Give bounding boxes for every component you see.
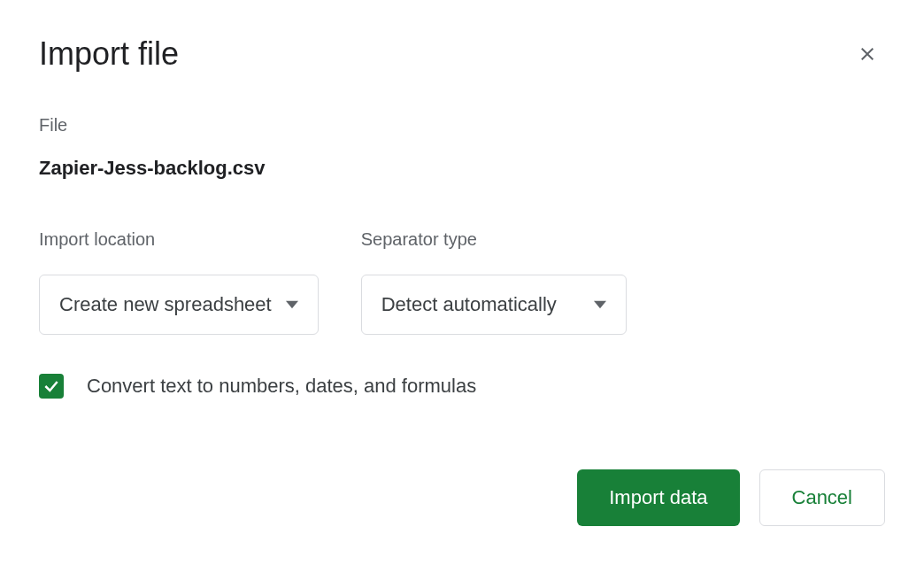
separator-type-dropdown[interactable]: Detect automatically <box>361 275 627 335</box>
close-button[interactable] <box>850 36 885 72</box>
import-location-group: Import location Create new spreadsheet <box>39 229 319 335</box>
dropdown-arrow-icon <box>286 298 298 311</box>
dialog-title: Import file <box>39 35 179 73</box>
separator-type-group: Separator type Detect automatically <box>361 229 627 335</box>
import-data-button[interactable]: Import data <box>577 469 739 526</box>
dialog-actions: Import data Cancel <box>39 469 885 526</box>
convert-checkbox-label: Convert text to numbers, dates, and form… <box>87 375 476 398</box>
separator-type-value: Detect automatically <box>381 293 557 316</box>
dialog-header: Import file <box>39 35 885 73</box>
import-location-dropdown[interactable]: Create new spreadsheet <box>39 275 319 335</box>
separator-type-label: Separator type <box>361 229 627 250</box>
convert-checkbox-row: Convert text to numbers, dates, and form… <box>39 374 885 399</box>
dropdown-arrow-icon <box>594 298 606 311</box>
file-section-label: File <box>39 115 885 136</box>
close-icon <box>857 43 878 65</box>
selects-row: Import location Create new spreadsheet S… <box>39 229 885 335</box>
convert-checkbox[interactable] <box>39 374 64 399</box>
cancel-button[interactable]: Cancel <box>759 469 885 526</box>
checkmark-icon <box>42 377 60 395</box>
import-location-label: Import location <box>39 229 319 250</box>
file-name: Zapier-Jess-backlog.csv <box>39 157 885 180</box>
import-location-value: Create new spreadsheet <box>59 293 272 316</box>
